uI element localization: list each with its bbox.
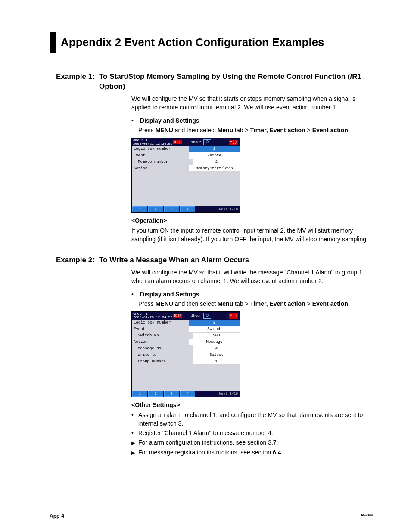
shot2-rows: Logic box number2EventSwitchSwitch No.S0… [132,320,240,365]
softkey: 4 [180,206,195,212]
page-footer: App-4 M-4660 [50,511,374,519]
config-row: Logic box number2 [132,320,240,326]
config-row-value: Select [193,352,240,358]
example1-op-text: If you turn ON the input to remote contr… [131,226,374,244]
config-row-label: Logic box number [132,320,189,326]
bullet-text: Assign an alarm to channel 1, and config… [138,411,374,428]
config-row-label: Logic box number [132,146,189,152]
softkey: 3 [164,391,179,397]
example1-label: Example 1: [56,72,99,92]
shot2-softkeys: 1234 Next 1/10 [132,391,240,397]
press-mid1: and then select [173,127,218,134]
press-menu-tab: Menu [218,300,234,307]
config-row-label: Message No. [132,345,193,352]
press-menu-tab: Menu [218,127,234,134]
config-row-label: Action [132,165,189,171]
footer-page: App-4 [50,513,64,519]
shot1-hour: 1hour [191,140,202,145]
example1-press-line: Press MENU and then select Menu tab > Ti… [138,126,374,134]
press-event: Event action [312,300,348,307]
config-row-value: S03 [193,333,240,339]
config-row-label: Action [132,339,189,345]
shot1-disp-badge: DISP [173,140,182,144]
bullet-text: Register "Channel 1 Alarm" to message nu… [138,429,374,437]
config-row: Group number1 [132,358,240,365]
example2-other-head: <Other Settings> [131,401,374,409]
triangle-icon [131,438,138,447]
config-row-value: MemoryStart/Stop [189,165,240,171]
example2-ds-label: Display and Settings [140,291,199,298]
other-settings-bullet: Register "Channel 1 Alarm" to message nu… [131,429,374,437]
press-dot: . [348,300,350,307]
config-row-value: Message [189,339,240,345]
example1-title: To Start/Stop Memory Sampling by Using t… [99,72,374,92]
config-row-value: 2 [189,320,240,326]
config-row-value: 1 [193,358,240,364]
config-row: Message No.4 [132,345,240,352]
sound-icon: •)) [229,313,238,319]
bullet-icon [131,290,138,299]
softkey: 3 [164,206,179,212]
example2-label: Example 2: [56,255,99,265]
example1-heading: Example 1: To Start/Stop Memory Sampling… [56,72,374,92]
press-dot: . [348,127,350,134]
press-tab-word: tab > [233,300,250,307]
config-row-value: 2 [193,159,240,165]
press-menu: MENU [156,127,173,134]
config-row-label: Event [132,326,189,332]
config-row-value: Remote [189,152,240,159]
config-row-label: Group number [132,358,193,364]
example1-ds-bullet: Display and Settings [131,116,374,125]
press-prefix: Press [138,127,156,134]
example2-intro: We will configure the MV so that it will… [131,268,374,286]
press-gt: > [305,127,312,134]
shot1-filler [132,172,240,206]
config-row: EventRemote [132,152,240,159]
shot2-next: Next 1/10 [219,391,240,396]
reference-text: For message registration instructions, s… [138,448,374,457]
shot2-hour: 1hour [191,313,202,318]
example2-heading: Example 2: To Write a Message When an Al… [56,255,374,265]
config-row: Logic box number1 [132,146,240,152]
shot2-datetime: 2008/01/23 12:34:56 [133,316,172,319]
press-timer: Timer, Event action [250,300,305,307]
press-menu: MENU [156,300,173,307]
bullet-icon [131,429,138,437]
softkey: 2 [148,206,163,212]
config-row-label: Switch No. [132,333,193,339]
example1-screenshot: GROUP 1 2008/01/23 12:34:56 DISP 1hour •… [131,138,240,213]
config-row: EventSwitch [132,326,240,333]
softkey: 4 [180,391,195,397]
config-row-label: Write to [132,352,193,358]
example2-body: We will configure the MV so that it will… [131,268,374,457]
page-title: Appendix 2 Event Action Configuration Ex… [50,32,374,53]
example2-screenshot: GROUP 1 2008/01/23 12:34:56 DISP 1hour •… [131,311,240,397]
press-prefix: Press [138,300,156,307]
config-row-value: 4 [193,345,240,352]
softkey: 2 [148,391,163,397]
sound-icon: •)) [229,140,238,145]
softkey: 1 [132,391,147,397]
config-row: Write toSelect [132,352,240,358]
config-row-value: 1 [189,146,240,152]
config-row-label: Remote number [132,159,193,165]
shot1-titlebar: GROUP 1 2008/01/23 12:34:56 DISP 1hour •… [132,138,240,146]
example1-op-head: <Operation> [131,216,374,225]
config-row-value: Switch [189,326,240,332]
shot2-filler [132,365,240,391]
config-row: ActionMemoryStart/Stop [132,165,240,172]
shot1-next: Next 1/10 [219,207,240,212]
press-gt: > [305,300,312,307]
example1-ds-label: Display and Settings [140,117,199,124]
example2-ds-bullet: Display and Settings [131,290,374,299]
shot1-datetime: 2008/01/23 12:34:56 [133,142,172,146]
bullet-icon [131,411,138,428]
press-mid1: and then select [173,300,218,307]
config-row: ActionMessage [132,339,240,345]
camera-icon [203,139,211,145]
press-timer: Timer, Event action [250,127,305,134]
press-tab-word: tab > [233,127,250,134]
example2-title: To Write a Message When an Alarm Occurs [99,255,374,265]
shot1-softkeys: 1234 Next 1/10 [132,206,240,212]
triangle-icon [131,448,138,457]
